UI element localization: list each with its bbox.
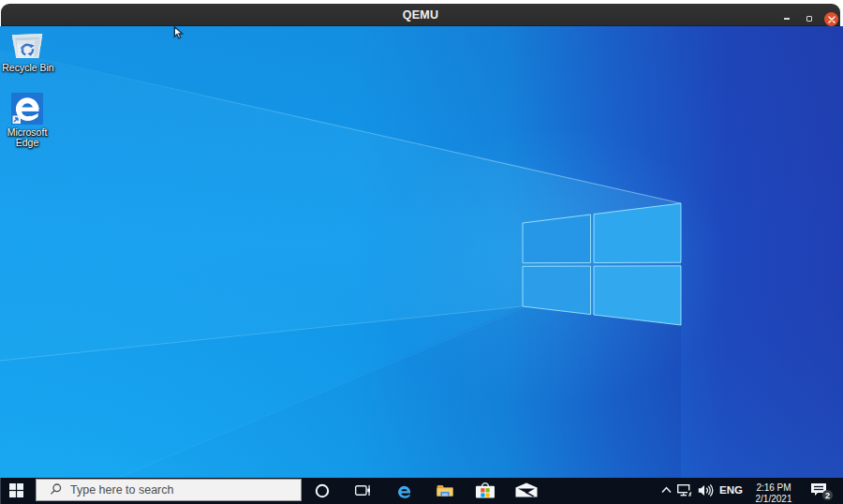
- svg-text:2: 2: [825, 491, 830, 500]
